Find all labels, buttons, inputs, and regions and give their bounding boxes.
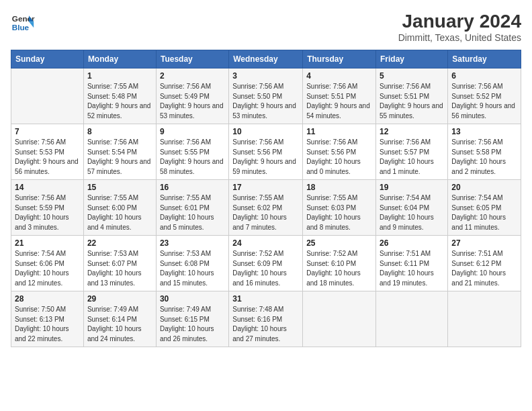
day-info: Sunrise: 7:56 AMSunset: 5:51 PMDaylight:… [306, 82, 372, 121]
day-cell: 27Sunrise: 7:51 AMSunset: 6:12 PMDayligh… [448, 236, 521, 291]
day-cell: 11Sunrise: 7:56 AMSunset: 5:56 PMDayligh… [303, 124, 376, 180]
week-row-1: 1Sunrise: 7:55 AMSunset: 5:48 PMDaylight… [11, 68, 521, 124]
day-cell [376, 291, 448, 347]
day-info: Sunrise: 7:51 AMSunset: 6:12 PMDaylight:… [451, 249, 517, 288]
day-cell: 9Sunrise: 7:56 AMSunset: 5:55 PMDaylight… [156, 124, 228, 180]
day-cell [303, 291, 376, 347]
month-title: January 2024 [398, 11, 521, 32]
day-number: 30 [160, 294, 225, 304]
day-cell: 10Sunrise: 7:56 AMSunset: 5:56 PMDayligh… [229, 124, 303, 180]
day-number: 19 [380, 183, 444, 192]
day-info: Sunrise: 7:56 AMSunset: 5:49 PMDaylight:… [160, 82, 225, 121]
day-info: Sunrise: 7:53 AMSunset: 6:07 PMDaylight:… [87, 249, 152, 288]
day-number: 20 [451, 183, 517, 192]
calendar-table: Sunday Monday Tuesday Wednesday Thursday… [11, 50, 521, 347]
day-info: Sunrise: 7:56 AMSunset: 5:57 PMDaylight:… [380, 138, 444, 177]
day-info: Sunrise: 7:54 AMSunset: 6:04 PMDaylight:… [380, 193, 444, 232]
day-cell: 28Sunrise: 7:50 AMSunset: 6:13 PMDayligh… [11, 291, 84, 347]
day-info: Sunrise: 7:55 AMSunset: 6:00 PMDaylight:… [87, 193, 152, 232]
day-cell: 8Sunrise: 7:56 AMSunset: 5:54 PMDaylight… [83, 124, 156, 180]
day-number: 8 [87, 127, 152, 136]
day-cell: 22Sunrise: 7:53 AMSunset: 6:07 PMDayligh… [83, 236, 156, 291]
day-number: 23 [160, 238, 225, 248]
day-cell: 19Sunrise: 7:54 AMSunset: 6:04 PMDayligh… [376, 180, 448, 236]
day-info: Sunrise: 7:56 AMSunset: 5:59 PMDaylight:… [15, 193, 80, 232]
day-cell: 25Sunrise: 7:52 AMSunset: 6:10 PMDayligh… [303, 236, 376, 291]
day-cell: 21Sunrise: 7:54 AMSunset: 6:06 PMDayligh… [11, 236, 84, 291]
day-info: Sunrise: 7:56 AMSunset: 5:55 PMDaylight:… [160, 138, 225, 177]
day-cell: 4Sunrise: 7:56 AMSunset: 5:51 PMDaylight… [303, 68, 376, 124]
day-number: 6 [451, 71, 517, 81]
day-info: Sunrise: 7:55 AMSunset: 6:02 PMDaylight:… [232, 193, 299, 232]
col-wednesday: Wednesday [229, 50, 303, 68]
day-info: Sunrise: 7:54 AMSunset: 6:06 PMDaylight:… [15, 249, 80, 288]
day-number: 7 [15, 127, 80, 136]
day-info: Sunrise: 7:49 AMSunset: 6:14 PMDaylight:… [87, 305, 152, 344]
day-number: 26 [380, 238, 444, 248]
calendar-body: 1Sunrise: 7:55 AMSunset: 5:48 PMDaylight… [11, 68, 521, 347]
day-info: Sunrise: 7:54 AMSunset: 6:05 PMDaylight:… [451, 193, 517, 232]
day-number: 11 [306, 127, 372, 136]
day-info: Sunrise: 7:51 AMSunset: 6:11 PMDaylight:… [380, 249, 444, 288]
day-info: Sunrise: 7:56 AMSunset: 5:56 PMDaylight:… [306, 138, 372, 177]
day-number: 18 [306, 183, 372, 192]
day-info: Sunrise: 7:55 AMSunset: 6:01 PMDaylight:… [160, 193, 225, 232]
day-cell: 26Sunrise: 7:51 AMSunset: 6:11 PMDayligh… [376, 236, 448, 291]
day-cell: 3Sunrise: 7:56 AMSunset: 5:50 PMDaylight… [229, 68, 303, 124]
day-number: 2 [160, 71, 225, 81]
day-cell: 13Sunrise: 7:56 AMSunset: 5:58 PMDayligh… [448, 124, 521, 180]
day-info: Sunrise: 7:56 AMSunset: 5:52 PMDaylight:… [451, 82, 517, 121]
day-info: Sunrise: 7:52 AMSunset: 6:09 PMDaylight:… [232, 249, 299, 288]
day-info: Sunrise: 7:53 AMSunset: 6:08 PMDaylight:… [160, 249, 225, 288]
location-title: Dimmitt, Texas, United States [398, 32, 521, 43]
day-info: Sunrise: 7:52 AMSunset: 6:10 PMDaylight:… [306, 249, 372, 288]
day-cell: 31Sunrise: 7:48 AMSunset: 6:16 PMDayligh… [229, 291, 303, 347]
day-number: 15 [87, 183, 152, 192]
day-cell: 20Sunrise: 7:54 AMSunset: 6:05 PMDayligh… [448, 180, 521, 236]
day-number: 1 [87, 71, 152, 81]
day-info: Sunrise: 7:55 AMSunset: 6:03 PMDaylight:… [306, 193, 372, 232]
day-number: 24 [232, 238, 299, 248]
day-number: 25 [306, 238, 372, 248]
day-number: 13 [451, 127, 517, 136]
day-cell: 24Sunrise: 7:52 AMSunset: 6:09 PMDayligh… [229, 236, 303, 291]
col-thursday: Thursday [303, 50, 376, 68]
day-cell: 12Sunrise: 7:56 AMSunset: 5:57 PMDayligh… [376, 124, 448, 180]
day-number: 27 [451, 238, 517, 248]
day-info: Sunrise: 7:56 AMSunset: 5:56 PMDaylight:… [232, 138, 299, 177]
day-cell: 18Sunrise: 7:55 AMSunset: 6:03 PMDayligh… [303, 180, 376, 236]
title-area: January 2024 Dimmitt, Texas, United Stat… [398, 11, 521, 43]
day-number: 10 [232, 127, 299, 136]
day-info: Sunrise: 7:55 AMSunset: 5:48 PMDaylight:… [87, 82, 152, 121]
day-cell: 29Sunrise: 7:49 AMSunset: 6:14 PMDayligh… [83, 291, 156, 347]
day-number: 12 [380, 127, 444, 136]
day-info: Sunrise: 7:56 AMSunset: 5:51 PMDaylight:… [380, 82, 444, 121]
day-info: Sunrise: 7:56 AMSunset: 5:54 PMDaylight:… [87, 138, 152, 177]
header-row: Sunday Monday Tuesday Wednesday Thursday… [11, 50, 521, 68]
day-info: Sunrise: 7:49 AMSunset: 6:15 PMDaylight:… [160, 305, 225, 344]
day-number: 5 [380, 71, 444, 81]
day-number: 17 [232, 183, 299, 192]
svg-marker-3 [29, 21, 34, 28]
col-friday: Friday [376, 50, 448, 68]
day-cell: 5Sunrise: 7:56 AMSunset: 5:51 PMDaylight… [376, 68, 448, 124]
logo: General Blue [11, 11, 35, 35]
day-cell [11, 68, 84, 124]
page-header: General Blue January 2024 Dimmitt, Texas… [11, 11, 521, 43]
day-cell: 15Sunrise: 7:55 AMSunset: 6:00 PMDayligh… [83, 180, 156, 236]
day-cell: 2Sunrise: 7:56 AMSunset: 5:49 PMDaylight… [156, 68, 228, 124]
day-info: Sunrise: 7:56 AMSunset: 5:58 PMDaylight:… [451, 138, 517, 177]
day-cell: 14Sunrise: 7:56 AMSunset: 5:59 PMDayligh… [11, 180, 84, 236]
day-number: 4 [306, 71, 372, 81]
week-row-4: 21Sunrise: 7:54 AMSunset: 6:06 PMDayligh… [11, 236, 521, 291]
day-info: Sunrise: 7:50 AMSunset: 6:13 PMDaylight:… [15, 305, 80, 344]
day-info: Sunrise: 7:48 AMSunset: 6:16 PMDaylight:… [232, 305, 299, 344]
week-row-3: 14Sunrise: 7:56 AMSunset: 5:59 PMDayligh… [11, 180, 521, 236]
day-info: Sunrise: 7:56 AMSunset: 5:53 PMDaylight:… [15, 138, 80, 177]
col-monday: Monday [83, 50, 156, 68]
svg-text:Blue: Blue [12, 23, 30, 32]
day-number: 28 [15, 294, 80, 304]
week-row-2: 7Sunrise: 7:56 AMSunset: 5:53 PMDaylight… [11, 124, 521, 180]
col-sunday: Sunday [11, 50, 84, 68]
day-number: 29 [87, 294, 152, 304]
